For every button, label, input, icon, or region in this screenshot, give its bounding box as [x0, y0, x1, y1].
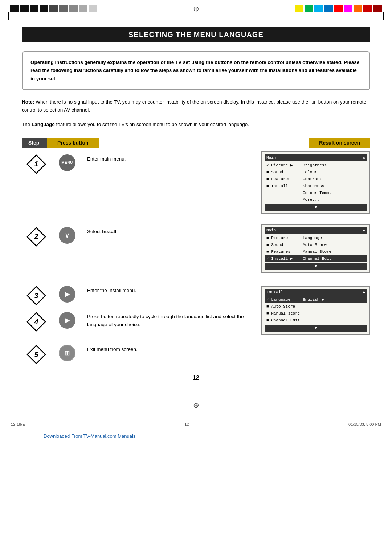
screen1-row6: More...: [265, 197, 367, 203]
screen34-title: Install ▲: [265, 289, 367, 296]
step-description-4: Press button repeatedly to cycle through…: [87, 314, 244, 327]
swatch-black4: [40, 5, 48, 12]
chevron-right-button-4[interactable]: ▶: [59, 312, 75, 329]
step-row-4: 4 ▶ Press button repeatedly to cycle thr…: [22, 309, 261, 332]
swatch-orange: [354, 5, 362, 12]
step-desc-1: Enter main menu.: [83, 151, 261, 163]
step-number-4: 4: [34, 318, 38, 326]
step-row-5: 5 ⊞ Exit menu from screen.: [22, 342, 370, 364]
tv-screen-3-4: Install ▲ ✓ Language English ▶ ■ Auto St…: [261, 286, 370, 335]
swatch-gray2: [59, 5, 68, 12]
screen2-bottom-arrow: ▼: [265, 263, 367, 270]
step-btn-col-1: MENU: [51, 151, 83, 171]
steps-header: Step Press button Result on screen: [22, 138, 370, 148]
page-number: 12: [22, 374, 370, 381]
step-num-5: 5: [22, 342, 51, 364]
steps-3-4-container: 3 ▶ Enter the Install menu.: [22, 283, 370, 335]
download-section: Downloaded From TV-Manual.com Manuals: [0, 430, 392, 445]
step-description-2: Select Install.: [87, 229, 118, 234]
chevron-right-button-3[interactable]: ▶: [59, 286, 75, 303]
swatch-darkred: [363, 5, 372, 12]
screen34-bottom-arrow: ▼: [265, 325, 367, 332]
chevron-down-button[interactable]: ∨: [59, 227, 75, 244]
menu-button[interactable]: MENU: [59, 154, 75, 171]
step-row-2: 2 ∨ Select Install. Main ▲ ■ Pictur: [22, 224, 370, 273]
screen1-row5: Colour Temp.: [265, 190, 367, 197]
screen34-row1: ✓ Language English ▶: [265, 296, 367, 303]
swatch-gray4: [79, 5, 87, 12]
step-description-5: Exit menu from screen.: [87, 347, 138, 352]
screen1-row1: ✓ Picture ▶ Brightness: [265, 162, 367, 169]
swatch-magenta: [344, 5, 352, 12]
swatch-gray3: [69, 5, 78, 12]
step-diamond-2: 2: [26, 227, 46, 247]
step-num-4: 4: [22, 309, 51, 332]
steps-container: Step Press button Result on screen 1 MEN…: [22, 138, 370, 365]
header-step-label: Step: [22, 138, 47, 148]
step-desc-4: Press button repeatedly to cycle through…: [83, 309, 261, 328]
exit-button-label: ⊞: [64, 349, 70, 357]
screen34-row4: ■ Channel Edit: [265, 317, 367, 324]
swatch-red: [334, 5, 343, 12]
screen1-title: Main ▲: [265, 154, 367, 161]
screen34-row3: ■ Manual store: [265, 310, 367, 317]
step-row-1: 1 MENU Enter main menu. Main ▲ ✓ Pi: [22, 151, 370, 214]
language-bold: Language: [32, 122, 55, 127]
chevron-right-label-4: ▶: [65, 316, 70, 324]
step-btn-col-3: ▶: [51, 283, 83, 303]
page-title: SELECTING THE MENU LANGUAGE: [22, 27, 370, 42]
screen2-row1: ■ Picture Language: [265, 235, 367, 242]
footer-center: 12: [184, 422, 189, 426]
step-btn-col-5: ⊞: [51, 342, 83, 361]
note-paragraph: Note: When there is no signal input to t…: [22, 98, 370, 114]
intro-text: Operating instructions generally explain…: [30, 60, 359, 81]
step-result-2: Main ▲ ■ Picture Language ■ Sound Auto S…: [261, 224, 370, 273]
step-desc-5: Exit menu from screen.: [83, 342, 261, 353]
swatch-yellow: [295, 5, 303, 12]
step-result-1: Main ▲ ✓ Picture ▶ Brightness ■ Sound Co…: [261, 151, 370, 214]
step-diamond-4: 4: [26, 312, 46, 332]
install-bold: Install: [102, 229, 116, 234]
reg-mark-left: [8, 12, 9, 20]
swatch-gray1: [49, 5, 58, 12]
step-desc-3: Enter the Install menu.: [83, 283, 261, 295]
step-row-3: 3 ▶ Enter the Install menu.: [22, 283, 261, 305]
note-label: Note:: [22, 99, 34, 105]
footer-right: 01/15/03, 5:00 PM: [348, 422, 381, 426]
main-content: SELECTING THE MENU LANGUAGE Operating in…: [0, 20, 392, 399]
screen1-row4: ■ Install Sharpness: [265, 183, 367, 190]
swatch-cyan: [314, 5, 323, 12]
side-registration-marks: [0, 12, 392, 20]
swatch-green: [305, 5, 313, 12]
footer-left: 12-18/E: [11, 422, 25, 426]
swatch-maroon: [373, 5, 382, 12]
reg-mark-right: [383, 12, 384, 20]
chevron-right-label-3: ▶: [65, 290, 70, 298]
step-description-1: Enter main menu.: [87, 156, 126, 162]
screen34-row2: ■ Auto Store: [265, 303, 367, 310]
step-diamond-3: 3: [26, 286, 46, 305]
step-description-3: Enter the Install menu.: [87, 288, 136, 293]
screen1-bottom-arrow: ▼: [265, 204, 367, 211]
step-btn-col-4: ▶: [51, 309, 83, 329]
screen1-row2: ■ Sound Colour: [265, 169, 367, 176]
step-number-5: 5: [34, 351, 38, 359]
note-text: When there is no signal input to the TV,…: [36, 99, 310, 105]
step-number-2: 2: [34, 232, 38, 241]
color-strip-right: [295, 5, 382, 12]
screen2-row4: ✓ Install ▶ Channel Edit: [265, 255, 367, 262]
step-diamond-1: 1: [26, 154, 46, 174]
step-num-1: 1: [22, 151, 51, 174]
step-number-1: 1: [34, 160, 38, 168]
swatch-blue: [324, 5, 333, 12]
menu-button-label: MENU: [61, 161, 73, 165]
step-num-2: 2: [22, 224, 51, 247]
header-press-label: Press button: [47, 138, 99, 148]
download-link[interactable]: Downloaded From TV-Manual.com Manuals: [22, 430, 157, 442]
screen2-row2: ■ Sound Auto Store: [265, 242, 367, 248]
exit-button[interactable]: ⊞: [59, 345, 75, 361]
step-number-3: 3: [34, 292, 38, 300]
swatch-gray5: [89, 5, 97, 12]
black-color-strip: [10, 5, 97, 12]
tv-screen-2: Main ▲ ■ Picture Language ■ Sound Auto S…: [261, 224, 370, 273]
